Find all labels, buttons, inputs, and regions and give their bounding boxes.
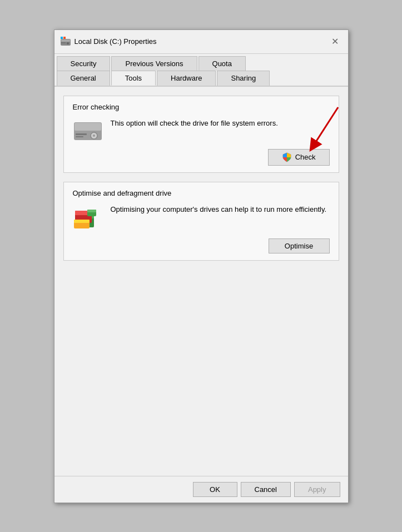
svg-rect-11	[76, 133, 87, 135]
svg-rect-8	[75, 123, 101, 131]
tab-previous-versions[interactable]: Previous Versions	[111, 56, 197, 71]
svg-point-10	[93, 135, 95, 137]
bottom-bar: OK Cancel Apply	[54, 476, 348, 503]
optimise-button[interactable]: Optimise	[269, 238, 330, 253]
error-checking-title: Error checking	[73, 103, 330, 111]
optimise-inner: Optimising your computer's drives can he…	[73, 204, 330, 232]
error-checking-section: Error checking This option will check th…	[63, 96, 339, 173]
svg-point-2	[67, 42, 69, 44]
check-button[interactable]: Check	[268, 149, 330, 166]
tab-content: Error checking This option will check th…	[54, 87, 348, 476]
tab-row-1: Security Previous Versions Quota	[54, 54, 348, 71]
tab-sharing[interactable]: Sharing	[217, 71, 270, 86]
svg-rect-19	[74, 220, 90, 223]
svg-rect-1	[61, 39, 70, 42]
svg-rect-5	[63, 37, 66, 39]
tab-tools[interactable]: Tools	[111, 71, 156, 86]
error-checking-description: This option will check the drive for fil…	[111, 118, 330, 129]
close-button[interactable]: ✕	[328, 34, 343, 49]
optimise-btn-row: Optimise	[73, 238, 330, 253]
properties-window: Local Disk (C:) Properties ✕ Security Pr…	[54, 29, 349, 503]
optimise-title: Optimise and defragment drive	[73, 189, 330, 197]
svg-rect-12	[76, 136, 83, 137]
ok-button[interactable]: OK	[193, 482, 237, 497]
title-bar: Local Disk (C:) Properties ✕	[54, 30, 348, 54]
tab-row-2: General Tools Hardware Sharing	[54, 71, 348, 87]
drive-icon	[60, 36, 71, 47]
error-checking-btn-row: Check	[73, 149, 330, 166]
optimise-description: Optimising your computer's drives can he…	[111, 204, 330, 215]
cancel-button[interactable]: Cancel	[241, 482, 291, 497]
apply-button[interactable]: Apply	[294, 482, 340, 497]
window-title: Local Disk (C:) Properties	[75, 37, 157, 46]
tab-general[interactable]: General	[57, 71, 110, 86]
defrag-icon	[73, 204, 103, 232]
title-bar-left: Local Disk (C:) Properties	[60, 36, 157, 47]
svg-rect-6	[61, 37, 63, 39]
tab-quota[interactable]: Quota	[198, 56, 246, 71]
optimise-section: Optimise and defragment drive	[63, 182, 339, 261]
svg-rect-21	[87, 210, 96, 212]
optimise-label: Optimise	[285, 242, 313, 250]
disk-icon	[73, 118, 103, 142]
error-checking-inner: This option will check the drive for fil…	[73, 118, 330, 142]
shield-icon	[282, 152, 292, 162]
tab-hardware[interactable]: Hardware	[157, 71, 216, 86]
svg-rect-3	[61, 42, 66, 43]
check-label: Check	[295, 153, 316, 161]
tab-security[interactable]: Security	[57, 56, 111, 71]
